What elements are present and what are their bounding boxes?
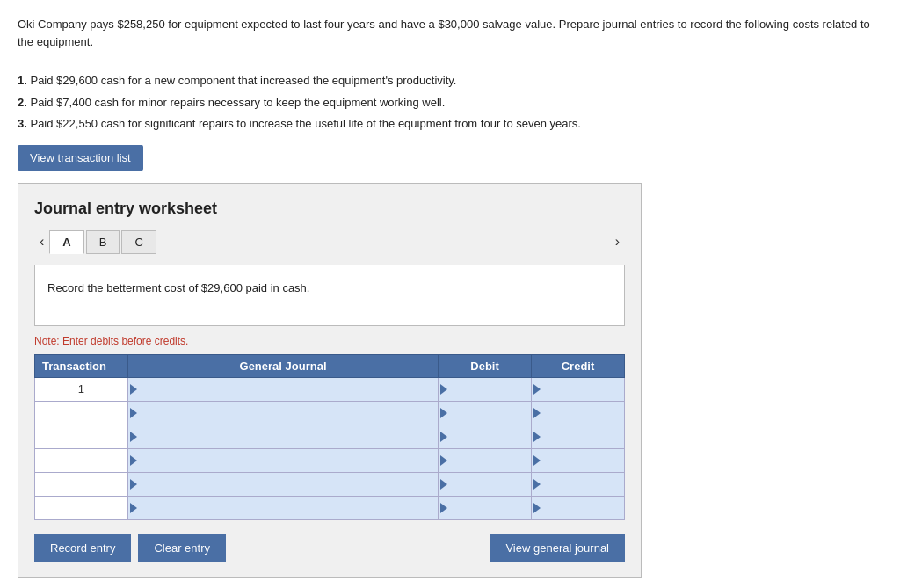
debit-indicator-icon [440,455,447,466]
debit-cell[interactable] [439,401,532,425]
intro-text: Oki Company pays $258,250 for equipment … [18,16,882,51]
debit-cell[interactable] [439,448,532,472]
journal-table: Transaction General Journal Debit Credit… [34,354,625,520]
journal-input[interactable] [137,449,438,472]
debit-input[interactable] [447,402,531,425]
tab-b[interactable]: B [86,230,120,254]
credit-input[interactable] [541,473,624,496]
debit-cell[interactable] [439,496,532,519]
transaction-cell: 1 [35,377,128,401]
journal-cell[interactable] [127,425,438,448]
transaction-cell [35,448,128,472]
debit-input[interactable] [447,473,531,496]
record-entry-button[interactable]: Record entry [34,534,131,562]
problem-section: Oki Company pays $258,250 for equipment … [18,16,882,133]
transaction-cell [35,472,128,496]
credit-indicator-icon [533,384,541,395]
note-text: Note: Enter debits before credits. [34,335,625,347]
debit-indicator-icon [440,479,447,490]
worksheet-title: Journal entry worksheet [34,200,625,218]
table-row [35,496,625,519]
problem-item: 3. Paid $22,550 cash for significant rep… [18,115,882,133]
worksheet-container: Journal entry worksheet ‹ A B C › Record… [18,183,642,578]
credit-cell[interactable] [532,377,625,401]
problem-text: Oki Company pays $258,250 for equipment … [18,16,882,133]
credit-input[interactable] [541,378,624,401]
row-indicator-icon [130,455,137,466]
tab-left-arrow[interactable]: ‹ [34,234,49,250]
transaction-cell [35,496,128,519]
journal-input[interactable] [137,378,438,401]
journal-input[interactable] [137,473,438,496]
debit-input[interactable] [447,425,531,448]
instruction-text: Record the betterment cost of $29,600 pa… [47,281,309,294]
problem-item: 2. Paid $7,400 cash for minor repairs ne… [18,94,882,112]
bottom-buttons: Record entry Clear entry View general jo… [34,534,625,562]
transaction-cell [35,425,128,448]
table-row [35,448,625,472]
credit-cell[interactable] [532,425,625,448]
clear-entry-button[interactable]: Clear entry [138,534,226,562]
journal-input[interactable] [137,425,438,448]
row-indicator-icon [130,503,137,513]
credit-cell[interactable] [532,496,625,519]
row-indicator-icon [130,384,137,395]
tabs-row: ‹ A B C › [34,230,625,254]
col-header-journal: General Journal [127,354,438,377]
debit-input[interactable] [447,378,531,401]
row-number: 1 [78,382,84,396]
debit-indicator-icon [440,503,447,513]
debit-cell[interactable] [439,377,532,401]
credit-indicator-icon [533,455,541,466]
journal-input[interactable] [137,402,438,425]
debit-cell[interactable] [439,425,532,448]
credit-indicator-icon [533,503,541,513]
col-header-credit: Credit [532,354,625,377]
credit-input[interactable] [541,449,624,472]
journal-cell[interactable] [127,377,438,401]
credit-input[interactable] [541,497,624,519]
tab-right-arrow[interactable]: › [610,234,625,250]
journal-cell[interactable] [127,448,438,472]
problem-item: 1. Paid $29,600 cash for a new component… [18,72,882,90]
tab-c[interactable]: C [121,230,156,254]
journal-cell[interactable] [127,496,438,519]
debit-cell[interactable] [439,472,532,496]
credit-indicator-icon [533,479,541,490]
row-indicator-icon [130,479,137,490]
row-indicator-icon [130,408,137,418]
credit-input[interactable] [541,402,624,425]
row-indicator-icon [130,432,137,442]
tab-a[interactable]: A [49,230,83,254]
journal-cell[interactable] [127,472,438,496]
credit-input[interactable] [541,425,624,448]
view-general-journal-button[interactable]: View general journal [490,534,625,562]
debit-input[interactable] [447,449,531,472]
journal-cell[interactable] [127,401,438,425]
credit-indicator-icon [533,408,541,418]
credit-indicator-icon [533,432,541,442]
credit-cell[interactable] [532,401,625,425]
col-header-debit: Debit [439,354,532,377]
debit-indicator-icon [440,408,447,418]
table-row: 1 [35,377,625,401]
credit-cell[interactable] [532,448,625,472]
transaction-cell [35,401,128,425]
table-row [35,425,625,448]
debit-indicator-icon [440,432,447,442]
journal-input[interactable] [137,497,438,519]
view-transaction-button[interactable]: View transaction list [18,145,143,171]
col-header-transaction: Transaction [35,354,128,377]
table-row [35,472,625,496]
debit-input[interactable] [447,497,531,519]
debit-indicator-icon [440,384,447,395]
credit-cell[interactable] [532,472,625,496]
table-row [35,401,625,425]
instruction-box: Record the betterment cost of $29,600 pa… [34,265,625,326]
